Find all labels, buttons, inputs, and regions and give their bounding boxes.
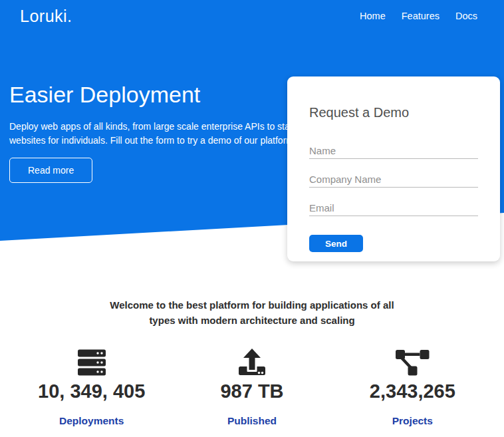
stats-heading: Welcome to the best platform for buildin… bbox=[0, 298, 504, 328]
project-diagram-icon bbox=[332, 349, 493, 376]
demo-form: Send bbox=[309, 142, 478, 252]
hero-title: Easier Deployment bbox=[9, 81, 303, 108]
read-more-button[interactable]: Read more bbox=[9, 158, 92, 183]
stats-heading-line2: types with modern architecture and scali… bbox=[0, 313, 504, 329]
stat-label-deployments: Deployments bbox=[11, 414, 172, 427]
nav-link-home[interactable]: Home bbox=[360, 11, 386, 21]
navbar: Loruki. Home Features Docs bbox=[0, 0, 504, 31]
demo-card-title: Request a Demo bbox=[309, 76, 478, 120]
stat-projects: 2,343,265 Projects bbox=[332, 349, 493, 427]
stat-deployments: 10, 349, 405 Deployments bbox=[11, 349, 172, 427]
request-demo-card: Request a Demo Send bbox=[287, 76, 500, 261]
stats-heading-line1: Welcome to the best platform for buildin… bbox=[0, 298, 504, 313]
upload-icon bbox=[172, 349, 332, 376]
stat-published: 987 TB Published bbox=[172, 349, 332, 427]
stat-value-published: 987 TB bbox=[172, 380, 332, 402]
server-icon bbox=[11, 349, 172, 376]
stat-value-projects: 2,343,265 bbox=[332, 380, 493, 402]
nav-links: Home Features Docs bbox=[360, 10, 477, 22]
hero-description: Deploy web apps of all kinds, from large… bbox=[9, 120, 309, 147]
hero-content: Easier Deployment Deploy web apps of all… bbox=[0, 81, 313, 183]
nav-link-features[interactable]: Features bbox=[402, 11, 440, 21]
brand-logo: Loruki. bbox=[20, 7, 72, 26]
name-field[interactable] bbox=[309, 142, 478, 159]
stats-grid: 10, 349, 405 Deployments 987 TB Publishe… bbox=[11, 349, 493, 427]
nav-link-docs[interactable]: Docs bbox=[455, 11, 477, 21]
stat-label-published: Published bbox=[172, 414, 332, 427]
stat-label-projects: Projects bbox=[332, 414, 493, 427]
email-field[interactable] bbox=[309, 200, 478, 216]
send-button[interactable]: Send bbox=[309, 235, 363, 252]
stats-section: Welcome to the best platform for buildin… bbox=[0, 241, 504, 427]
stat-value-deployments: 10, 349, 405 bbox=[11, 380, 172, 402]
company-name-field[interactable] bbox=[309, 171, 478, 188]
